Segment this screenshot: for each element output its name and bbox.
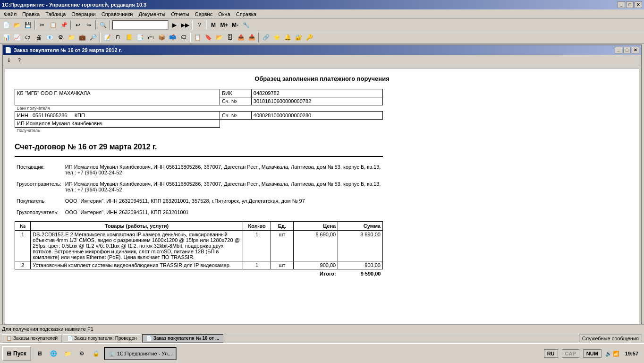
supplier-label: Поставщик: [15,163,63,177]
minimize-button[interactable]: _ [618,1,625,8]
tb2-25[interactable]: ⭐ [271,32,282,43]
new-button[interactable]: 📄 [1,20,11,30]
redo-button[interactable]: ↪ [84,20,94,30]
tool-btn[interactable]: 🔧 [241,20,251,30]
supplier-value: ИП Исмаилов Мукаил Каинбекович, ИНН 0561… [63,163,383,177]
doc-close-button[interactable]: ✕ [632,47,639,53]
total-row: Итого: 9 590,00 [15,269,383,278]
language-indicator[interactable]: RU [544,349,558,358]
start-button[interactable]: ⊞ Пуск [2,346,31,361]
bold-btn[interactable]: M [208,20,219,30]
taskbar-icon-1[interactable]: 🖥 [33,347,46,360]
tb2-22[interactable]: 📤 [236,32,246,43]
tb2-2[interactable]: 📈 [12,32,22,43]
separator-2 [70,20,71,30]
undo-button[interactable]: ↩ [73,20,83,30]
tb2-5[interactable]: 📧 [44,32,55,43]
tb2-7[interactable]: 📁 [66,32,76,43]
go-button[interactable]: ▶ [169,20,179,30]
menu-reports[interactable]: Отчёты [168,10,192,18]
paste-button[interactable]: 📌 [59,20,69,30]
separator-6 [206,20,207,30]
tb2-16[interactable]: 📫 [167,32,178,43]
win-tab-0[interactable]: 📋 Заказы покупателей [2,334,62,343]
win-tab-2[interactable]: 📄 Заказ покупателя № 16 от ... [142,334,224,343]
menu-operations[interactable]: Операции [68,10,98,18]
taskbar: ⊞ Пуск 🖥 🌐 📁 ⚙ 🔒 🏢 1С:Предприятие - Ул..… [0,343,644,363]
tb2-3[interactable]: 🗂 [23,32,33,43]
doc-question-button[interactable]: ? [15,56,24,65]
status-message[interactable]: Служебные сообщения [579,335,642,342]
system-tray: 🔊 📶 [605,351,619,357]
tb2-6[interactable]: ⚙ [55,32,66,43]
save-button[interactable]: 💾 [23,20,33,30]
menu-documents[interactable]: Документы [136,10,168,18]
payment-table: КБ "МГБ" ООО Г. МАХАЧКАЛА БИК 048209782 … [15,89,383,133]
doc-content[interactable]: Образец заполнения платежного поручения … [5,68,639,325]
tb2-15[interactable]: 📦 [156,32,167,43]
win-tab-1[interactable]: 📄 Заказ покупателя: Проведен [63,334,141,343]
doc-minimize-button[interactable]: _ [615,47,622,53]
open-button[interactable]: 📂 [12,20,22,30]
close-button[interactable]: ✕ [635,1,642,8]
taskbar-app-item[interactable]: 🏢 1С:Предприятие - Ул... [104,347,177,360]
tb2-27[interactable]: 🔐 [293,32,304,43]
tb2-4[interactable]: 🖨 [34,32,44,43]
title-bar-buttons: _ □ ✕ [618,1,642,8]
tb2-11[interactable]: 🗒 [113,32,123,43]
sep-tb2-3 [258,33,259,42]
help-button[interactable]: ? [194,20,204,30]
win-tab-label-1: Заказ покупателя: Проведен [74,336,137,341]
tb2-10[interactable]: 📝 [102,32,112,43]
doc-title-bar: 📄 Заказ покупателя № 16 от 29 марта 2012… [3,45,641,55]
col-price: Цена [293,222,338,231]
cut-button[interactable]: ✂ [37,20,47,30]
menu-bar: Файл Правка Таблица Операции Справочники… [0,9,644,19]
tb2-23[interactable]: 📥 [246,32,257,43]
search-button[interactable]: 🔍 [98,20,108,30]
hint-bar: Для получения подсказки нажмите F1 [0,324,644,333]
copy-button[interactable]: 📋 [48,20,58,30]
taskbar-icon-2[interactable]: 🌐 [47,347,60,360]
taskbar-icon-3[interactable]: 📁 [61,347,75,360]
doc-toolbar: ℹ ? [3,55,641,66]
title-bar: 1С:Предприятие - Управление торговлей, р… [0,0,644,9]
tb2-17[interactable]: 🏷 [178,32,188,43]
taskbar-icon-4[interactable]: ⚙ [76,347,89,360]
tb2-8[interactable]: 💼 [77,32,87,43]
taskbar-icon-5[interactable]: 🔒 [90,347,103,360]
tb2-26[interactable]: 🔔 [282,32,293,43]
menu-help[interactable]: Справка [233,10,259,18]
bold2-btn[interactable]: M+ [219,20,229,30]
doc-info-button[interactable]: ℹ [5,56,13,65]
cell-name-1: Установочный комплект системы видеонаблю… [31,261,243,269]
menu-edit[interactable]: Правка [19,10,42,18]
col-unit: Ед. [271,222,293,231]
tb2-12[interactable]: 📒 [124,32,134,43]
tb2-21[interactable]: 🗄 [225,32,235,43]
tb2-9[interactable]: 🔎 [88,32,98,43]
bank-name: КБ "МГБ" ООО Г. МАХАЧКАЛА [17,90,218,96]
tb2-1[interactable]: 📊 [1,32,11,43]
tb2-18[interactable]: 📋 [192,32,203,43]
tb2-14[interactable]: 🗃 [145,32,156,43]
search-input[interactable] [112,20,169,30]
go2-button[interactable]: ▶▶ [180,20,190,30]
bold3-btn[interactable]: M- [230,20,240,30]
menu-table[interactable]: Таблица [42,10,68,18]
maximize-button[interactable]: □ [626,1,634,8]
tb2-19[interactable]: 🔖 [203,32,213,43]
doc-restore-button[interactable]: □ [623,47,631,53]
tb2-24[interactable]: 🔗 [261,32,271,43]
menu-windows[interactable]: Окна [215,10,233,18]
total-label: Итого: [293,269,338,278]
windows-icon: ⊞ [7,350,11,357]
col-sum: Сумма [338,222,383,231]
tb2-20[interactable]: 📂 [214,32,224,43]
menu-references[interactable]: Справочники [99,10,136,18]
tb2-28[interactable]: 🔑 [304,32,314,43]
account-label-2: Сч. № [222,112,237,118]
menu-file[interactable]: Файл [1,10,19,18]
tb2-13[interactable]: 📑 [135,32,145,43]
menu-service[interactable]: Сервис [192,10,216,18]
